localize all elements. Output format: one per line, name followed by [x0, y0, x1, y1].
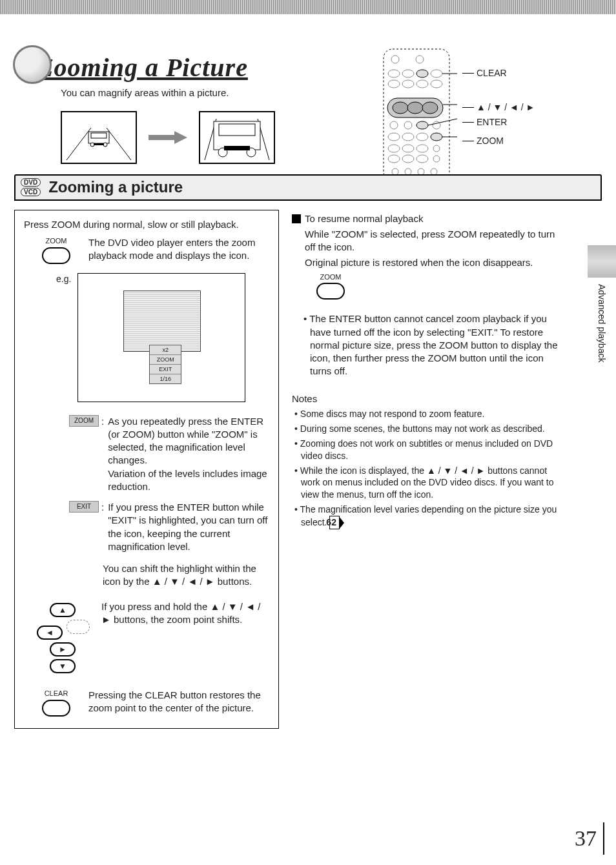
- remote-zoom-label: ZOOM: [477, 135, 504, 147]
- svg-rect-12: [219, 124, 255, 136]
- svg-point-35: [416, 121, 428, 129]
- eg-label: e.g.: [56, 273, 75, 285]
- svg-marker-8: [174, 131, 187, 144]
- svg-rect-15: [224, 146, 250, 150]
- exit-term-badge: EXIT: [69, 501, 99, 513]
- zoom-menu-item: ZOOM: [150, 355, 181, 365]
- note-item: Zooming does not work on subtitles or me…: [301, 438, 558, 462]
- notes-title: Notes: [292, 392, 558, 405]
- side-tab-marker: [588, 245, 616, 278]
- shift-highlight-text: You can shift the highlight within the i…: [103, 562, 269, 589]
- side-tab-label: Advanced playback: [596, 284, 608, 362]
- svg-rect-3: [91, 133, 107, 138]
- left-intro: Press ZOOM during normal, slow or still …: [24, 218, 269, 231]
- zoom-button-label: ZOOM: [24, 236, 88, 246]
- car-before-box: [61, 111, 137, 164]
- car-after-box: [199, 111, 275, 164]
- resume-title: To resume normal playback: [305, 213, 423, 224]
- svg-line-1: [107, 128, 131, 160]
- hold-text: If you press and hold the ▲ / ▼ / ◄ / ► …: [101, 595, 269, 627]
- remote-icon: [381, 48, 458, 183]
- remote-labels: CLEAR ▲ / ▼ / ◄ / ► ENTER ZOOM: [462, 48, 535, 147]
- section-underline: [14, 199, 602, 201]
- exit-term-text: If you press the ENTER button while "EXI…: [108, 501, 269, 553]
- side-tab: Advanced playback: [588, 245, 616, 407]
- right-column: To resume normal playback While "ZOOM" i…: [292, 210, 558, 529]
- dvd-badge: DVD: [21, 178, 41, 187]
- page-number-divider: [603, 822, 604, 855]
- svg-point-41: [431, 133, 442, 141]
- zoom-button-icon: ZOOM: [24, 236, 88, 264]
- clear-button-label: CLEAR: [24, 689, 88, 698]
- clear-button-icon: CLEAR: [24, 689, 88, 717]
- page-number: 37: [575, 824, 597, 853]
- enter-note: The ENTER button cannot cancel zoom play…: [310, 312, 558, 378]
- remote-diagram: CLEAR ▲ / ▼ / ◄ / ► ENTER ZOOM: [381, 48, 535, 183]
- remote-clear-label: CLEAR: [477, 67, 507, 79]
- car-after-icon: [203, 115, 271, 160]
- header-area: Zooming a Picture You can magnify areas …: [0, 14, 616, 164]
- zoom-term-text: As you repeatedly press the ENTER (or ZO…: [108, 416, 263, 466]
- zoom-osd-menu: x2 ZOOM EXIT 1/16: [149, 345, 181, 385]
- svg-point-21: [416, 70, 428, 77]
- scan-top-border: [0, 0, 616, 14]
- zoom-button-desc: The DVD video player enters the zoom pla…: [88, 236, 269, 263]
- square-bullet-icon: [292, 214, 301, 223]
- arrow-pad-icon: ▲ ◄► ▼: [24, 602, 101, 675]
- zoom-term-text2: Variation of the levels includes image r…: [108, 468, 267, 492]
- vcd-badge: VCD: [21, 188, 41, 196]
- section-header: DVD VCD Zooming a picture: [14, 174, 602, 199]
- zoom-button-icon-right: ZOOM: [311, 272, 350, 300]
- note-item: The magnification level varies depending…: [301, 504, 558, 529]
- remote-arrows-label: ▲ / ▼ / ◄ / ►: [477, 101, 535, 114]
- resume-text1: While "ZOOM" is selected, press ZOOM rep…: [305, 228, 558, 254]
- zoom-arrow-icon: [149, 131, 187, 144]
- resume-text2: Original picture is restored when the ic…: [305, 256, 558, 269]
- eg-frame: x2 ZOOM EXIT 1/16: [77, 273, 245, 402]
- svg-point-31: [422, 102, 438, 114]
- svg-point-30: [407, 102, 423, 114]
- note-item: During some scenes, the buttons may not …: [301, 423, 558, 435]
- zoom-term-badge: ZOOM: [69, 415, 99, 427]
- section-title: Zooming a picture: [48, 177, 183, 198]
- svg-rect-7: [149, 135, 174, 140]
- decorative-orb: [13, 45, 52, 84]
- note-item: Some discs may not respond to zoom featu…: [301, 408, 558, 420]
- clear-text: Pressing the CLEAR button restores the z…: [88, 689, 269, 715]
- left-column: Press ZOOM during normal, slow or still …: [14, 210, 279, 729]
- page-ref-box: 62: [329, 516, 340, 529]
- tv-screen-icon: [123, 290, 201, 352]
- zoom-menu-item: x2: [150, 345, 181, 355]
- zoom-menu-item: 1/16: [150, 374, 181, 383]
- zoom-button-label-right: ZOOM: [311, 272, 350, 282]
- svg-point-29: [393, 102, 408, 114]
- remote-enter-label: ENTER: [477, 116, 507, 128]
- svg-line-0: [67, 128, 91, 160]
- zoom-menu-item: EXIT: [150, 365, 181, 374]
- notes-list: Some discs may not respond to zoom featu…: [292, 408, 558, 529]
- car-before-icon: [65, 115, 133, 160]
- note-item: While the icon is displayed, the ▲ / ▼ /…: [301, 465, 558, 502]
- svg-rect-6: [94, 143, 104, 145]
